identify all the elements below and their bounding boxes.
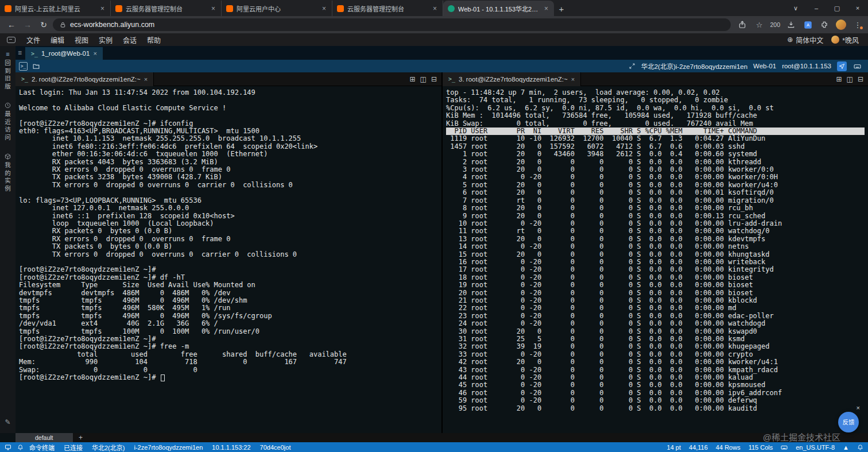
address-bar[interactable]: ecs-workbench.aliyun.com [53, 18, 731, 31]
split-horizontal-icon[interactable]: ⊞ [836, 75, 842, 83]
download-icon[interactable] [785, 19, 797, 30]
feedback-close-icon[interactable]: × [857, 404, 860, 411]
add-layout-tab-button[interactable]: + [73, 433, 89, 442]
forward-icon[interactable]: → [21, 18, 34, 32]
keyboard-icon[interactable] [852, 61, 862, 71]
browser-menu-kebab-icon[interactable]: ⋮ [852, 19, 863, 30]
extensions-icon[interactable] [819, 19, 830, 30]
folder-icon[interactable] [32, 63, 40, 70]
sidebar-item-my-instances[interactable]: 我的实例 [3, 153, 12, 193]
workspace-tab[interactable]: >_ 1_root@Web-01 × [25, 47, 103, 60]
sidebar-item-back-to-old[interactable]: ≡ 回到旧版 [3, 51, 12, 91]
menu-session[interactable]: 会话 [118, 33, 142, 46]
terminal-icon[interactable]: >_ [19, 62, 28, 71]
workspace-tab-row: ≡ >_ 1_root@Web-01 × [0, 46, 868, 60]
bell-icon[interactable] [17, 444, 24, 451]
workspace-menu-icon[interactable]: ≡ [18, 49, 22, 57]
split-vertical-icon[interactable]: ◫ [847, 75, 853, 83]
collapse-pane-icon[interactable]: ⊟ [431, 75, 437, 83]
app-menubar: 文件 编辑 视图 实例 会话 帮助 ⊕ 简体中文 *晚风 [0, 33, 868, 46]
language-switch[interactable]: ⊕ 简体中文 [787, 35, 823, 45]
menu-file[interactable]: 文件 [21, 33, 45, 46]
shell-prompt-line: [root@iZ2ze7rto8oqydzzemi1enZ ~]# [19, 374, 441, 381]
tab-search-icon[interactable]: ∨ [785, 0, 806, 16]
reload-icon[interactable]: ↻ [37, 18, 51, 32]
tab-favicon [5, 5, 11, 12]
status-font-size[interactable]: 14 pt [667, 444, 681, 451]
left-sidebar: ≡ 回到旧版 最近访问 我的实例 ✎ [0, 46, 16, 433]
pane-tab[interactable]: >_ 2. root@iZ2ze7rto8oqydzzemi1enZ:~ × [16, 72, 154, 86]
menu-instance[interactable]: 实例 [94, 33, 118, 46]
status-cols: 115 Cols [749, 444, 773, 451]
user-avatar [831, 36, 839, 44]
status-rows: 44 Rows [716, 444, 741, 451]
close-window-icon[interactable]: × [847, 0, 868, 16]
status-cursor-pos: 44,116 [689, 444, 708, 451]
keyboard-layout-icon[interactable] [781, 444, 788, 451]
terminal-prompt-icon: >_ [21, 76, 28, 82]
back-icon[interactable]: ← [5, 18, 18, 32]
split-horizontal-icon[interactable]: ⊞ [410, 75, 416, 83]
window-controls: ∨ – ▢ × [785, 0, 868, 16]
close-icon[interactable]: × [321, 5, 327, 13]
close-icon[interactable]: × [571, 76, 575, 83]
terminal-panes: >_ 2. root@iZ2ze7rto8oqydzzemi1enZ:~ × ⊞… [16, 72, 868, 433]
share-icon[interactable] [737, 19, 748, 30]
terminal-pane-3: >_ 3. root@iZ2ze7rto8oqydzzemi1enZ:~ × ⊞… [443, 72, 868, 433]
sidebar-item-label: 最近访问 [3, 111, 12, 142]
menu-edit[interactable]: 编辑 [45, 33, 69, 46]
tab-title: Web-01 - 10.1.1.153华北2(北.. [458, 4, 540, 13]
tools-wand-icon[interactable]: ✎ [5, 418, 10, 426]
sidebar-item-recent[interactable]: 最近访问 [3, 102, 12, 142]
session-info: 华北2(北京)i-2ze7rto8oqydzzemi1en Web-01 roo… [629, 61, 862, 71]
close-icon[interactable]: × [99, 5, 106, 13]
user-menu[interactable]: *晚风 [831, 35, 859, 45]
top-table-header: PID USER PR NI VIRT RES SHR S %CPU %MEM … [446, 128, 865, 135]
close-icon[interactable]: × [144, 76, 148, 83]
avatar [836, 20, 846, 30]
terminal-screen-right[interactable]: top - 11:48:42 up 7 min, 2 users, load a… [443, 86, 868, 433]
notification-bell-icon[interactable] [857, 444, 863, 451]
profile-avatar[interactable] [835, 19, 847, 30]
browser-tab-2[interactable]: 云服务器管理控制台 × [111, 1, 222, 16]
browser-tab-1[interactable]: 阿里云-上云就上阿里云 × [0, 1, 111, 16]
terminal-prompt-icon: >_ [31, 51, 38, 57]
zoom-badge[interactable]: 200 [770, 21, 780, 28]
url-text: ecs-workbench.aliyun.com [70, 21, 154, 29]
globe-icon: ⊕ [787, 36, 793, 44]
browser-tab-3[interactable]: 阿里云用户中心 × [222, 1, 332, 16]
pane-tab-bar: >_ 3. root@iZ2ze7rto8oqydzzemi1enZ:~ × ⊞… [443, 72, 868, 86]
close-icon[interactable]: × [93, 50, 96, 57]
collapse-pane-icon[interactable]: ⊟ [858, 75, 863, 83]
close-icon[interactable]: × [543, 5, 549, 13]
close-icon[interactable]: × [432, 5, 438, 13]
send-icon[interactable] [837, 61, 847, 71]
feedback-button[interactable]: 反馈 [838, 412, 859, 432]
expand-icon[interactable] [629, 63, 636, 69]
new-tab-button[interactable]: + [554, 1, 569, 16]
terminal-screen-left[interactable]: Last login: Thu Jan 13 11:47:54 2022 fro… [16, 86, 441, 433]
pane-tab[interactable]: >_ 3. root@iZ2ze7rto8oqydzzemi1enZ:~ × [443, 72, 581, 86]
scroll-top-icon[interactable]: ▲ [843, 444, 849, 451]
bookmark-star-icon[interactable]: ☆ [753, 19, 765, 30]
menu-help[interactable]: 帮助 [142, 33, 166, 46]
maximize-icon[interactable]: ▢ [827, 0, 847, 16]
sidebar-item-label: 我的实例 [3, 162, 12, 193]
translate-icon[interactable]: A [802, 19, 813, 30]
close-icon[interactable]: × [210, 5, 216, 13]
browser-tab-4[interactable]: 云服务器管理控制台 × [332, 1, 443, 16]
status-instance-id: i-2ze7rto8oqydzzemi1en [134, 444, 203, 451]
tab-title: 云服务器管理控制台 [126, 4, 207, 13]
menu-view[interactable]: 视图 [69, 33, 94, 46]
status-encoding[interactable]: en_US.UTF-8 [796, 444, 835, 451]
tab-favicon [337, 5, 344, 12]
layout-tab-default[interactable]: default [16, 433, 73, 442]
browser-tab-5-active[interactable]: Web-01 - 10.1.1.153华北2(北.. × [443, 1, 554, 16]
minimize-icon[interactable]: – [806, 0, 827, 16]
tab-title: 阿里云-上云就上阿里云 [15, 4, 96, 13]
split-vertical-icon[interactable]: ◫ [420, 75, 427, 83]
pane-tab-title: 2. root@iZ2ze7rto8oqydzzemi1enZ:~ [32, 76, 141, 83]
toolbar-icons: ☆ 200 A ⋮ [733, 19, 863, 30]
monitor-icon[interactable] [5, 444, 11, 451]
terminal-prompt-icon: >_ [448, 76, 455, 82]
